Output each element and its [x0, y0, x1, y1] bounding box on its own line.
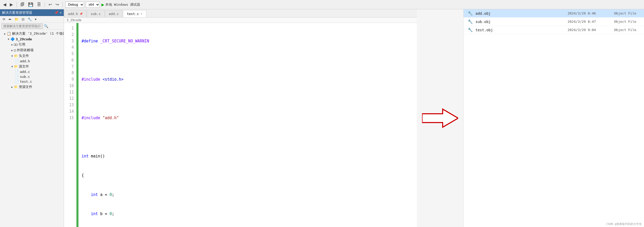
tab-testc-label: test.c: [127, 12, 139, 16]
tab-addh-pin: 📌: [79, 12, 83, 15]
redo-button[interactable]: ↪: [54, 2, 60, 7]
testobj-date: 2024/3/29 9:04: [568, 28, 604, 32]
project-icon: 🔷: [10, 37, 15, 41]
tab-addh[interactable]: add.h 📌: [64, 10, 86, 17]
sidebar-header-controls: 📌 ✕: [54, 11, 62, 14]
sync-button[interactable]: ⟳: [2, 17, 6, 22]
sidebar-item-testc[interactable]: 📄 test.c: [0, 79, 64, 84]
code-editor[interactable]: 1 2 3 4 5 6 7 8 9 10 11 12 13 14 15 #def…: [64, 23, 417, 227]
pin-icon[interactable]: 📌: [54, 11, 58, 14]
undo-button[interactable]: ↩: [47, 2, 53, 7]
more-icon[interactable]: ▾: [34, 17, 38, 22]
tab-subc[interactable]: sub.c: [87, 10, 105, 17]
divider-1: [17, 2, 17, 7]
sidebar-item-headers[interactable]: ▼ 📁 头文件: [0, 53, 64, 59]
code-line-4: [82, 95, 414, 102]
external-label: 外部依赖项: [17, 48, 34, 52]
resources-label: 资源文件: [19, 85, 32, 89]
sidebar-item-addh[interactable]: 📄 add.h: [0, 59, 64, 64]
addobj-icon: 🔧: [468, 11, 473, 16]
save-button[interactable]: 💾: [27, 2, 34, 7]
toolbar: ◀ ▶ 🗐 💾 🗄 ↩ ↪ Debug x64 ▶ 本地 Windows 调试器: [0, 0, 644, 9]
file-row-testobj[interactable]: 🔧 test.obj 2024/3/29 9:04 Object File: [464, 26, 644, 34]
code-line-9: int a = 0;: [82, 192, 414, 198]
sidebar-item-project[interactable]: ▼ 🔷 3_29code: [0, 36, 64, 42]
save-all-button[interactable]: 🗄: [36, 2, 42, 7]
tab-testc[interactable]: test.c ✕: [123, 10, 146, 17]
watermark: CSDN @熬夜敲代码的大学生: [606, 222, 642, 226]
tab-addc-label: add.c: [109, 12, 119, 16]
addobj-name: add.obj: [475, 11, 568, 16]
svg-marker-0: [422, 109, 458, 127]
file-row-addobj[interactable]: 🔧 add.obj 2024/3/29 8:46 Object File: [464, 9, 644, 18]
tab-addc[interactable]: add.c: [105, 10, 123, 17]
subc-label: sub.c: [20, 75, 30, 79]
code-line-5: #include "add.h": [82, 115, 414, 121]
addobj-type: Object File: [614, 11, 640, 15]
code-line-10: int b = 0;: [82, 211, 414, 217]
headers-icon: 📁: [14, 54, 18, 58]
code-line-6: [82, 134, 414, 140]
code-line-3: #include <stdio.h>: [82, 76, 414, 83]
file-list: 🔧 add.obj 2024/3/29 8:46 Object File 🔧 s…: [464, 9, 644, 227]
code-line-7: int main(): [82, 153, 414, 160]
tab-testc-close[interactable]: ✕: [140, 12, 142, 16]
breadcrumb-bar: 3_29code: [64, 18, 417, 23]
platform-dropdown[interactable]: x64: [86, 2, 100, 8]
file-row-subobj[interactable]: 🔧 sub.obj 2024/3/29 8:47 Object File: [464, 18, 644, 26]
props-icon[interactable]: 🔧: [27, 17, 33, 22]
sidebar-item-solution[interactable]: ▶ 📋 解决方案 '3_29code' (1 个项目: [0, 31, 64, 36]
arrow-svg: [422, 107, 458, 130]
subobj-date: 2024/3/29 8:47: [568, 20, 604, 24]
sidebar: 解决方案资源管理器 📌 ✕ ⟳ ⬅ 📁 ⊟ 🔧 ▾ 🔍 ▶ 📋 解决方案 '3_…: [0, 9, 64, 227]
back-icon[interactable]: ⬅: [7, 17, 12, 22]
folder-icon[interactable]: 📁: [13, 17, 20, 22]
sidebar-search-bar: 🔍: [0, 23, 64, 30]
big-arrow: [422, 107, 458, 130]
code-content[interactable]: #define _CRT_SECURE_NO_WARNIN #include <…: [78, 23, 417, 227]
resources-arrow: ▶: [11, 86, 13, 88]
testc-icon: 📄: [15, 80, 19, 84]
project-arrow: ▼: [8, 38, 9, 41]
line-numbers: 1 2 3 4 5 6 7 8 9 10 11 12 13 14 15: [64, 23, 76, 227]
editor-area: add.h 📌 sub.c add.c test.c ✕ 3_29code 1 …: [64, 9, 417, 227]
search-icon[interactable]: 🔍: [44, 24, 48, 28]
sources-label: 源文件: [19, 64, 29, 69]
sidebar-item-resources[interactable]: ▶ 📁 资源文件: [0, 84, 64, 90]
sources-icon: 📁: [14, 65, 18, 68]
close-icon[interactable]: ✕: [60, 11, 62, 14]
copy-button[interactable]: 🗐: [19, 2, 26, 7]
arrow-container: [417, 9, 463, 227]
sidebar-item-addc[interactable]: 📄 add.c: [0, 69, 64, 74]
headers-arrow: ▼: [11, 55, 13, 57]
solution-label: 解决方案 '3_29code' (1 个项目: [12, 31, 64, 36]
run-label: 本地 Windows 调试器: [105, 2, 140, 7]
file-panel: 🔧 add.obj 2024/3/29 8:46 Object File 🔧 s…: [463, 9, 644, 227]
code-line-2: [82, 57, 414, 64]
sidebar-item-subc[interactable]: 📄 sub.c: [0, 74, 64, 79]
addh-label: add.h: [20, 59, 30, 63]
sidebar-tree: ▶ 📋 解决方案 '3_29code' (1 个项目 ▼ 🔷 3_29code …: [0, 30, 64, 227]
back-button[interactable]: ◀: [2, 2, 7, 7]
run-icon: ▶: [101, 2, 104, 7]
subobj-name: sub.obj: [475, 20, 568, 24]
tab-subc-label: sub.c: [91, 12, 101, 16]
headers-label: 头文件: [19, 54, 29, 58]
addc-icon: 📄: [15, 70, 19, 74]
collapse-icon[interactable]: ⊟: [21, 17, 26, 22]
refs-label: 引用: [19, 42, 25, 47]
refs-icon: □□: [14, 43, 18, 46]
debug-dropdown[interactable]: Debug: [65, 2, 84, 8]
subobj-type: Object File: [614, 20, 640, 24]
sidebar-search-input[interactable]: [2, 24, 43, 29]
testobj-icon: 🔧: [468, 27, 473, 32]
sidebar-toolbar: ⟳ ⬅ 📁 ⊟ 🔧 ▾: [0, 16, 64, 23]
sidebar-item-external[interactable]: ▶ □ 外部依赖项: [0, 47, 64, 53]
refs-arrow: ▶: [11, 43, 13, 46]
forward-button[interactable]: ▶: [9, 2, 14, 7]
resources-icon: 📁: [14, 85, 18, 89]
sidebar-item-sources[interactable]: ▼ 📁 源文件: [0, 64, 64, 69]
sidebar-item-refs[interactable]: ▶ □□ 引用: [0, 42, 64, 47]
sidebar-title: 解决方案资源管理器: [2, 10, 32, 15]
run-section: ▶ 本地 Windows 调试器: [101, 2, 140, 7]
